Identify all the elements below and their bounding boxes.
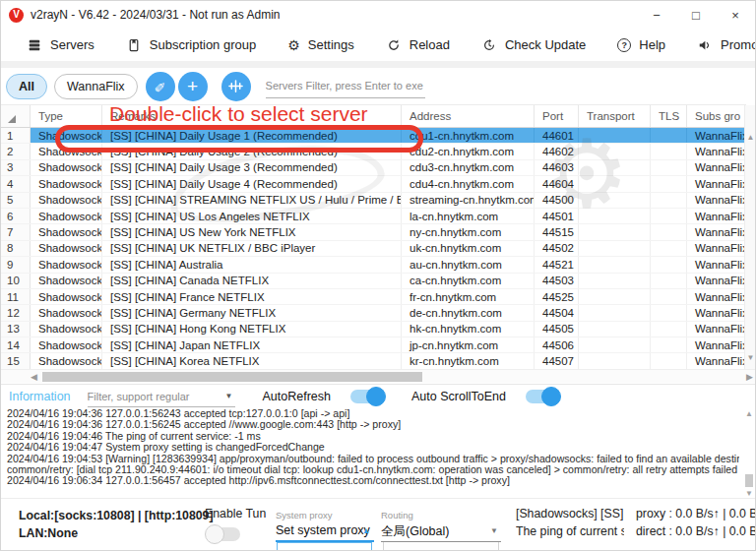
- cell-address: cdu2-cn.hnytkm.com: [402, 144, 535, 158]
- cell-port: 44502: [535, 241, 579, 256]
- system-proxy-label: System proxy: [276, 510, 333, 520]
- autorefresh-toggle[interactable]: [350, 390, 384, 403]
- cell-remarks: [SS] [CHINA] Australia: [102, 257, 402, 272]
- subscription-group-menu[interactable]: Subscription group: [110, 29, 272, 61]
- scroll-down-icon[interactable]: ▼: [745, 353, 756, 363]
- cell-tls: [651, 289, 687, 304]
- cell-transport: [579, 193, 651, 208]
- server-table-row[interactable]: 4Shadowsocks[SS] [CHINA] Daily Usage 4 (…: [1, 176, 746, 192]
- minimize-button[interactable]: −: [637, 1, 676, 29]
- header-subs-group[interactable]: Subs gro: [687, 105, 746, 127]
- cell-transport: [579, 337, 651, 352]
- cell-transport: [579, 144, 651, 158]
- log-line: 2024/04/16 19:04:46 The ping of current …: [7, 431, 739, 442]
- table-vertical-scrollbar[interactable]: ▲ ▼: [744, 105, 755, 369]
- server-table-row[interactable]: 8Shadowsocks[SS] [CHINA] UK NETFLIX / BB…: [1, 241, 746, 257]
- log-line: 2024/04/16 19:04:53 [Warning] [128363993…: [7, 454, 739, 464]
- system-proxy-dropdown-icon[interactable]: ▲: [362, 526, 370, 535]
- cell-subs-group: WannaFlix: [687, 353, 746, 368]
- log-scroll-down-icon[interactable]: ▼: [744, 489, 754, 498]
- cell-type: Shadowsocks: [31, 224, 102, 239]
- scroll-right-icon[interactable]: ▶: [746, 371, 753, 383]
- cell-row-number: 3: [1, 160, 31, 175]
- server-table-body: 1Shadowsocks[SS] [CHINA] Daily Usage 1 (…: [1, 128, 746, 370]
- reload-icon: [386, 37, 402, 53]
- header-select-all[interactable]: [1, 105, 31, 127]
- server-table-row[interactable]: 15Shadowsocks[SS] [CHINA] Korea NETFLIXk…: [1, 353, 746, 369]
- log-filter-input[interactable]: [88, 388, 235, 407]
- header-transport[interactable]: Transport: [579, 105, 651, 127]
- maximize-button[interactable]: □: [676, 1, 716, 29]
- header-tls[interactable]: TLS: [651, 105, 687, 127]
- system-proxy-popup: [277, 542, 372, 551]
- cell-address: uk-cn.hnytkm.com: [402, 241, 535, 256]
- header-type[interactable]: Type: [31, 105, 102, 127]
- routing-dropdown-icon[interactable]: ▼: [490, 526, 498, 535]
- server-table-row[interactable]: 12Shadowsocks[SS] [CHINA] Germany NETFLI…: [1, 305, 746, 321]
- cell-port: 44521: [535, 257, 579, 272]
- cell-subs-group: WannaFlix: [687, 193, 746, 208]
- log-line: 2024/04/16 19:04:36 127.0.0.1:56243 acce…: [7, 408, 739, 419]
- tab-wannaflix[interactable]: WannaFlix: [54, 74, 138, 99]
- cell-remarks: [SS] [CHINA] Daily Usage 3 (Recommended): [102, 160, 402, 175]
- header-address[interactable]: Address: [402, 105, 535, 127]
- cell-remarks: [SS] [CHINA] UK NETFLIX / BBC iPlayer: [102, 241, 402, 256]
- information-tab[interactable]: Information: [9, 390, 71, 403]
- cell-port: 44525: [535, 289, 579, 304]
- cell-subs-group: WannaFlix: [687, 176, 746, 191]
- settings-menu[interactable]: ⚙ Settings: [272, 29, 370, 61]
- check-update-label: Check Update: [505, 37, 586, 52]
- edit-group-button[interactable]: ✎: [146, 72, 175, 101]
- cell-address: au-cn.hnytkm.com: [402, 257, 535, 272]
- server-table-row[interactable]: 7Shadowsocks[SS] [CHINA] US New York NET…: [1, 224, 746, 240]
- tab-all[interactable]: All: [6, 74, 47, 99]
- log-scrollbar[interactable]: ▲ ▼: [744, 409, 754, 498]
- server-table-row[interactable]: 11Shadowsocks[SS] [CHINA] France NETFLIX…: [1, 289, 746, 305]
- system-proxy-select[interactable]: Set system proxy: [276, 523, 370, 537]
- check-update-menu[interactable]: Check Update: [466, 29, 601, 61]
- cell-row-number: 10: [1, 274, 31, 288]
- autoscroll-toggle[interactable]: [526, 390, 559, 403]
- scroll-left-icon[interactable]: ◀: [31, 371, 37, 383]
- routing-select[interactable]: 全局(Global): [381, 523, 449, 540]
- enable-tun-toggle[interactable]: [207, 527, 240, 541]
- cell-row-number: 5: [1, 193, 31, 208]
- cell-address: cdu3-cn.hnytkm.com: [402, 160, 535, 175]
- server-table-row[interactable]: 10Shadowsocks[SS] [CHINA] Canada NETFLIX…: [1, 274, 746, 289]
- cell-transport: [579, 224, 651, 239]
- server-table-row[interactable]: 6Shadowsocks[SS] [CHINA] US Los Angeles …: [1, 209, 746, 224]
- window-title: v2rayN - V6.42 - 2024/03/31 - Not run as…: [31, 8, 280, 22]
- table-horizontal-scrollbar[interactable]: ◀ ▶: [1, 369, 756, 383]
- log-scroll-thumb[interactable]: [745, 474, 753, 487]
- cell-transport: [579, 176, 651, 191]
- cell-tls: [651, 193, 687, 208]
- server-table-row[interactable]: 13Shadowsocks[SS] [CHINA] Hong Kong NETF…: [1, 322, 746, 337]
- cell-row-number: 11: [1, 289, 31, 304]
- filter-dropdown-icon[interactable]: ▼: [225, 392, 233, 400]
- cell-subs-group: WannaFlix: [687, 160, 746, 175]
- cell-row-number: 14: [1, 337, 31, 352]
- server-table-row[interactable]: 14Shadowsocks[SS] [CHINA] Japan NETFLIXj…: [1, 337, 746, 353]
- column-settings-button[interactable]: [221, 72, 251, 101]
- autoscroll-label: Auto ScrollToEnd: [411, 390, 506, 403]
- cell-row-number: 7: [1, 224, 31, 239]
- cell-remarks: [SS] [CHINA] France NETFLIX: [102, 289, 402, 304]
- close-button[interactable]: ×: [716, 1, 755, 29]
- server-table-row[interactable]: 5Shadowsocks[SS] [CHINA] STREAMING NETFL…: [1, 193, 746, 209]
- servers-menu[interactable]: Servers: [11, 29, 110, 61]
- server-table-row[interactable]: 3Shadowsocks[SS] [CHINA] Daily Usage 3 (…: [1, 160, 746, 176]
- servers-filter-input[interactable]: [266, 75, 425, 98]
- help-menu[interactable]: ? Help: [601, 29, 681, 61]
- add-group-button[interactable]: +: [178, 72, 208, 101]
- log-scroll-up-icon[interactable]: ▲: [744, 409, 754, 418]
- promotion-menu[interactable]: Promotion: [681, 29, 756, 61]
- cell-remarks: [SS] [CHINA] Daily Usage 4 (Recommended): [102, 176, 402, 191]
- header-port[interactable]: Port: [535, 105, 579, 127]
- window-controls: − □ ×: [637, 1, 755, 29]
- server-table-row[interactable]: 9Shadowsocks[SS] [CHINA] Australiaau-cn.…: [1, 257, 746, 273]
- cell-address: la-cn.hnytkm.com: [402, 209, 535, 223]
- scroll-up-icon[interactable]: ▲: [745, 133, 756, 143]
- reload-button[interactable]: Reload: [370, 29, 466, 61]
- check-update-icon: [481, 37, 497, 53]
- horizontal-scroll-thumb[interactable]: [42, 372, 422, 382]
